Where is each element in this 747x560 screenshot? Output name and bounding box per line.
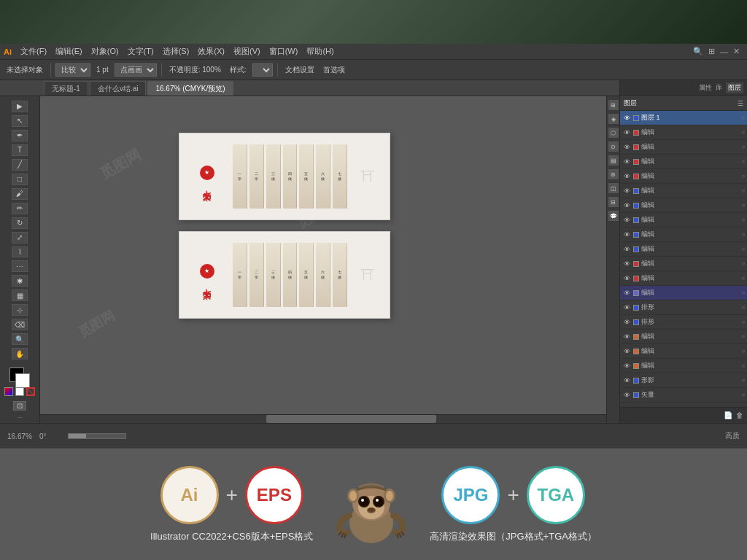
tool-eraser[interactable]: ⌫ (12, 319, 28, 330)
tool-column[interactable]: ▦ (12, 289, 28, 301)
layer-eye-7[interactable]: 👁 (622, 201, 631, 210)
menu-edit[interactable]: 编辑(E) (52, 44, 86, 58)
right-panel-tab-properties[interactable]: 属性 (699, 83, 712, 93)
layer-row-9[interactable]: 👁 编辑 ○ (620, 228, 747, 242)
tool-shape[interactable]: □ (12, 174, 28, 185)
layer-eye-16[interactable]: 👁 (622, 332, 631, 341)
doc-card-bottom[interactable]: ★ 七光荣 一学 二学 三做 四做 五做 六做 七做 ⛩ (179, 231, 390, 319)
layer-row-17[interactable]: 👁 编辑 ○ (620, 344, 747, 359)
menu-effect[interactable]: 效果(X) (194, 44, 228, 58)
layer-eye-13[interactable]: 👁 (622, 289, 631, 298)
canvas-area[interactable]: 觅图网 觅图网 觅图网 觅图网 ★ 七光荣 一学 二学 三做 四做 五做 六做 … (40, 96, 619, 423)
mini-icon-4[interactable]: ⊙ (608, 141, 619, 152)
layer-eye-19[interactable]: 👁 (622, 376, 631, 385)
right-panel-tab-layers-active[interactable]: 图层 (726, 82, 743, 93)
tool-direct-select[interactable]: ↖ (12, 115, 28, 127)
change-screen-mode[interactable]: ⊡ (13, 401, 26, 411)
layer-row-20[interactable]: 👁 矢量 ○ (620, 388, 747, 402)
layer-row-6[interactable]: 👁 编辑 ○ (620, 184, 747, 198)
mini-icon-1[interactable]: ⊞ (608, 100, 619, 110)
layer-new-icon[interactable]: 📄 (724, 411, 732, 419)
layer-row-8[interactable]: 👁 编辑 ○ (620, 213, 747, 228)
layer-eye-20[interactable]: 👁 (622, 391, 631, 400)
tool-rotate[interactable]: ↻ (12, 217, 28, 229)
layer-eye-5[interactable]: 👁 (622, 172, 631, 181)
layer-eye-1[interactable]: 👁 (622, 114, 631, 122)
tool-warp[interactable]: ⌇ (12, 246, 28, 258)
toolbar-doc-settings[interactable]: 文档设置 (282, 63, 317, 77)
toolbar-stroke-select[interactable]: 点画画 (115, 63, 157, 77)
h-scrollbar[interactable] (40, 414, 606, 423)
layer-eye-15[interactable]: 👁 (622, 318, 631, 327)
tool-zoom[interactable]: 🔍 (12, 333, 28, 345)
color-mode-icon[interactable] (4, 387, 13, 396)
tool-text[interactable]: T (12, 144, 28, 156)
layer-row-15[interactable]: 👁 排形 ○ (620, 315, 747, 330)
menu-select[interactable]: 选择(S) (159, 44, 193, 58)
mini-icon-7[interactable]: ◫ (608, 183, 619, 193)
menu-text[interactable]: 文字(T) (124, 44, 158, 58)
layer-row-11[interactable]: 👁 编辑 ○ (620, 257, 747, 271)
nav-bar[interactable] (68, 433, 126, 439)
layer-eye-3[interactable]: 👁 (622, 143, 631, 152)
tab-active[interactable]: 16.67% (CMYK/预览) (147, 81, 233, 96)
tool-slice[interactable]: ⊹ (12, 304, 28, 316)
layer-row-2[interactable]: 👁 编辑 ○ (620, 125, 747, 140)
tab-file2[interactable]: 会什么v结.ai (90, 81, 147, 96)
layer-row-1[interactable]: 👁 图层 1 ○ (620, 111, 747, 125)
layer-eye-9[interactable]: 👁 (622, 230, 631, 239)
layer-eye-18[interactable]: 👁 (622, 362, 631, 370)
layer-delete-icon[interactable]: 🗑 (736, 411, 743, 419)
layer-eye-17[interactable]: 👁 (622, 347, 631, 356)
layer-eye-14[interactable]: 👁 (622, 303, 631, 312)
mini-icon-9[interactable]: 💬 (608, 211, 619, 221)
toolbar-style-select[interactable] (252, 63, 273, 77)
layer-eye-6[interactable]: 👁 (622, 187, 631, 195)
stroke-swatch[interactable] (15, 373, 30, 388)
tool-line[interactable]: ╱ (12, 159, 28, 171)
right-panel-tab-layers[interactable]: 库 (716, 83, 722, 93)
mini-icon-2[interactable]: ◈ (608, 114, 619, 124)
menu-help[interactable]: 帮助(H) (303, 44, 337, 58)
menu-view[interactable]: 视图(V) (230, 44, 264, 58)
layer-row-14[interactable]: 👁 排形 ○ (620, 300, 747, 315)
tool-pencil[interactable]: ✏ (12, 203, 28, 214)
toolbar-prefs[interactable]: 首选项 (320, 63, 348, 77)
menu-window[interactable]: 窗口(W) (266, 44, 302, 58)
layer-eye-8[interactable]: 👁 (622, 216, 631, 225)
mini-icon-6[interactable]: ⊛ (608, 169, 619, 179)
layer-row-12[interactable]: 👁 编辑 ○ (620, 271, 747, 286)
white-swatch[interactable] (15, 387, 24, 396)
tool-paintbrush[interactable]: 🖌 (12, 188, 28, 200)
layer-row-3[interactable]: 👁 编辑 ○ (620, 140, 747, 155)
layer-eye-12[interactable]: 👁 (622, 274, 631, 283)
mini-icon-5[interactable]: ▤ (608, 155, 619, 166)
layer-eye-10[interactable]: 👁 (622, 245, 631, 254)
menu-file[interactable]: 文件(F) (17, 44, 50, 58)
menu-object[interactable]: 对象(O) (88, 44, 123, 58)
layer-eye-2[interactable]: 👁 (622, 128, 631, 137)
tool-select[interactable]: ▶ (12, 101, 28, 112)
toolbar-mode-select[interactable]: 比较 (55, 63, 90, 77)
layer-row-16[interactable]: 👁 编辑 ○ (620, 330, 747, 344)
tool-symbol[interactable]: ✱ (12, 275, 28, 287)
layer-row-4[interactable]: 👁 编辑 ○ (620, 155, 747, 169)
more-tools[interactable]: ··· (18, 414, 23, 421)
layers-menu-icon[interactable]: ☰ (738, 100, 743, 107)
mini-icon-3[interactable]: ⬡ (608, 128, 619, 138)
layer-row-18[interactable]: 👁 编辑 ○ (620, 359, 747, 373)
tool-blend[interactable]: ⋯ (12, 260, 28, 272)
layer-row-7[interactable]: 👁 编辑 ○ (620, 198, 747, 213)
none-swatch[interactable] (26, 387, 35, 396)
layer-row-10[interactable]: 👁 编辑 ○ (620, 242, 747, 257)
tool-pen[interactable]: ✒ (12, 130, 28, 141)
layer-eye-4[interactable]: 👁 (622, 158, 631, 166)
layer-row-19[interactable]: 👁 形影 ○ (620, 373, 747, 388)
tool-hand[interactable]: ✋ (12, 348, 28, 359)
tab-untitled[interactable]: 无标题-1 (44, 81, 88, 96)
mini-icon-8[interactable]: ⊟ (608, 197, 619, 207)
layer-eye-11[interactable]: 👁 (622, 260, 631, 268)
h-scrollbar-thumb[interactable] (266, 415, 436, 423)
tool-scale[interactable]: ⤢ (12, 232, 28, 244)
doc-card-top[interactable]: ★ 七光荣 一学 二学 三做 四做 五做 六做 七做 ⛩ (179, 133, 390, 220)
